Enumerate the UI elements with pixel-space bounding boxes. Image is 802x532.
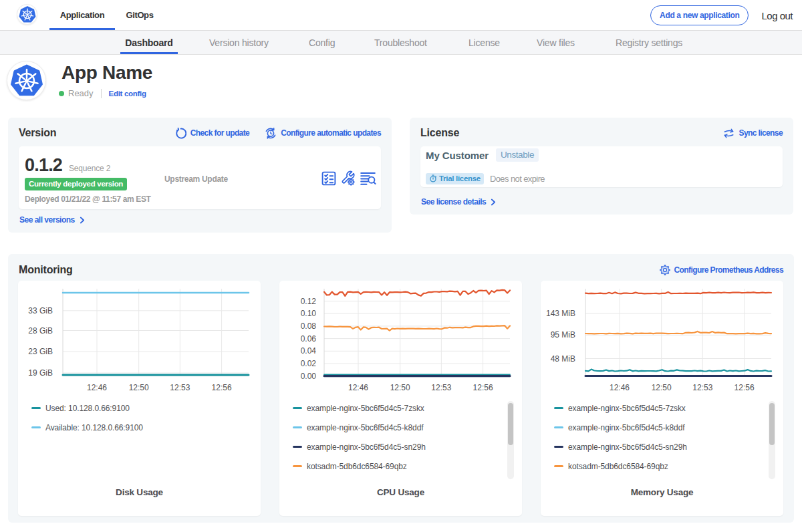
svg-text:95 MiB: 95 MiB [551, 330, 575, 340]
svg-text:12:53: 12:53 [692, 383, 712, 392]
svg-text:33 GiB: 33 GiB [28, 306, 53, 315]
svg-text:19 GiB: 19 GiB [28, 368, 53, 378]
svg-text:12:50: 12:50 [390, 383, 410, 392]
svg-text:0.08: 0.08 [301, 321, 317, 331]
svg-text:28 GiB: 28 GiB [28, 326, 53, 336]
svg-text:0.10: 0.10 [301, 309, 317, 318]
svg-text:12:50: 12:50 [652, 383, 672, 392]
svg-text:0.12: 0.12 [301, 297, 317, 306]
svg-text:12:56: 12:56 [734, 383, 755, 392]
svg-text:12:50: 12:50 [129, 383, 149, 392]
svg-text:0.04: 0.04 [301, 346, 317, 356]
svg-text:23 GiB: 23 GiB [28, 347, 53, 356]
svg-text:12:56: 12:56 [212, 383, 232, 392]
svg-text:0.00: 0.00 [301, 372, 317, 381]
svg-text:12:56: 12:56 [473, 383, 493, 392]
svg-text:143 MiB: 143 MiB [546, 309, 575, 318]
svg-text:12:46: 12:46 [348, 383, 368, 392]
svg-text:12:53: 12:53 [431, 383, 451, 392]
svg-text:12:46: 12:46 [87, 383, 107, 392]
svg-text:0.02: 0.02 [301, 359, 317, 368]
svg-text:48 MiB: 48 MiB [551, 354, 575, 364]
svg-text:12:46: 12:46 [610, 383, 630, 392]
svg-text:0.06: 0.06 [301, 334, 317, 344]
svg-text:12:53: 12:53 [170, 383, 190, 392]
